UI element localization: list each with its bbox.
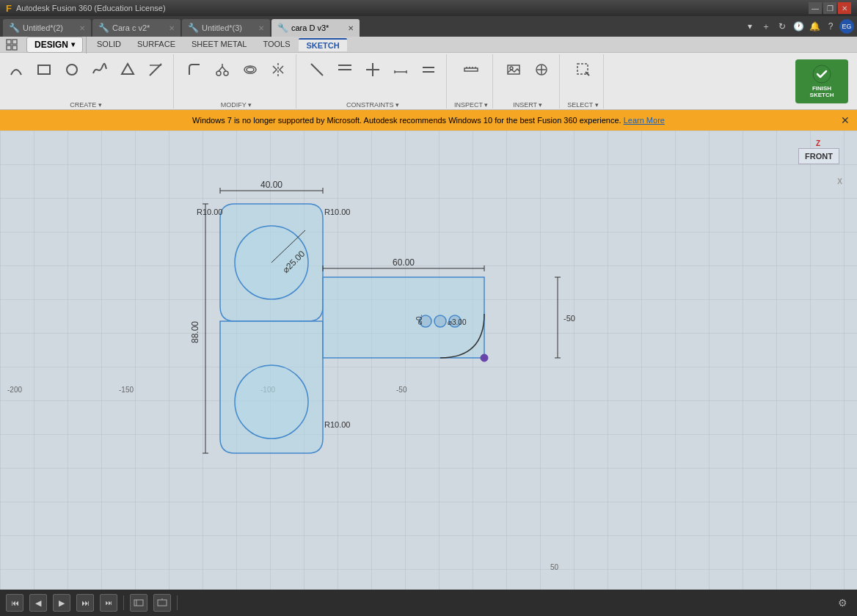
window-controls[interactable]: — ❐ ✕ — [809, 2, 851, 14]
tab-controls[interactable]: ▾ ＋ ↻ 🕐 🔔 ? EG — [743, 19, 857, 37]
svg-rect-1 — [12, 40, 17, 44]
notification-close[interactable]: ✕ — [841, 114, 850, 126]
insert-dxf-tool[interactable] — [528, 54, 555, 85]
collinear-constraint[interactable] — [332, 54, 358, 85]
modify-section: MODIFY ▾ — [177, 54, 296, 109]
status-bar: ⏮ ◀ ▶ ⏭ ⏭ ⚙ — [0, 590, 857, 616]
svg-text:R10.00: R10.00 — [324, 208, 350, 216]
finish-sketch-section: FINISH SKETCH — [795, 59, 854, 103]
minimize-button[interactable]: — — [809, 2, 822, 14]
fillet-tool[interactable] — [181, 54, 208, 85]
tab-close[interactable]: ✕ — [79, 24, 85, 32]
coincident-constraint[interactable] — [304, 54, 330, 85]
play-button[interactable]: ▶ — [53, 594, 70, 612]
finish-sketch-button[interactable]: FINISH SKETCH — [795, 59, 848, 103]
tab-tools[interactable]: TOOLS — [255, 38, 297, 51]
separator — [123, 595, 124, 610]
equal-constraint[interactable] — [415, 54, 442, 85]
tab-cara-c[interactable]: 🔧 Cara c v2* ✕ — [92, 19, 180, 37]
tab-dropdown[interactable]: ▾ — [743, 19, 757, 34]
tab-solid[interactable]: SOLID — [90, 38, 128, 51]
trim-tool[interactable] — [209, 54, 236, 85]
constraints-label: CONSTRAINTS ▾ — [346, 101, 399, 109]
tab-bar: 🔧 Untitled*(2) ✕ 🔧 Cara c v2* ✕ 🔧 Untitl… — [0, 16, 857, 37]
user-avatar[interactable]: EG — [839, 19, 854, 34]
constraint-tools — [304, 54, 442, 85]
tab-untitled3[interactable]: 🔧 Untitled*(3) ✕ — [182, 19, 270, 37]
notification-banner: Windows 7 is no longer supported by Micr… — [0, 110, 857, 131]
svg-text:60.00: 60.00 — [393, 257, 415, 268]
insert-image-tool[interactable] — [500, 54, 527, 85]
svg-rect-3 — [12, 45, 17, 50]
line-arc-tool[interactable] — [3, 54, 29, 85]
sketch-drawing: 40.00 60.00 R10.00 R10.00 R10.00 88.00 ⌀… — [147, 160, 587, 585]
tab-cara-d[interactable]: 🔧 cara D v3* ✕ — [271, 19, 360, 37]
help-button[interactable]: ? — [823, 19, 838, 34]
notification-link[interactable]: Learn More — [624, 116, 665, 125]
viewport[interactable]: -200 -150 -100 -50 50 Z X FRONT — [0, 131, 857, 590]
svg-line-17 — [311, 64, 323, 76]
svg-text:R10.00: R10.00 — [197, 208, 222, 216]
tab-close[interactable]: ✕ — [258, 24, 264, 32]
circle-tool[interactable] — [59, 54, 85, 85]
mirror-tool[interactable] — [265, 54, 291, 85]
offset-tool[interactable] — [237, 54, 263, 85]
x-axis-label: X — [837, 177, 842, 186]
tab-close[interactable]: ✕ — [169, 24, 175, 32]
restore-button[interactable]: ❐ — [823, 2, 836, 14]
dimension-tool[interactable] — [387, 54, 414, 85]
svg-marker-6 — [122, 64, 134, 74]
tool-buttons-row: CREATE ▾ — [0, 53, 857, 110]
svg-line-12 — [222, 67, 226, 71]
horizontal-constraint[interactable] — [360, 54, 386, 85]
insert-section: INSERT ▾ — [496, 54, 560, 109]
play-start-button[interactable]: ⏮ — [6, 594, 23, 612]
svg-point-38 — [813, 65, 831, 83]
new-tab-button[interactable]: ＋ — [759, 19, 773, 34]
tab-untitled2[interactable]: 🔧 Untitled*(2) ✕ — [3, 19, 91, 37]
svg-rect-0 — [7, 40, 11, 44]
settings-gear-button[interactable]: ⚙ — [834, 594, 851, 612]
tab-label: Untitled*(2) — [23, 23, 63, 32]
viewcube[interactable]: Z X FRONT — [784, 139, 842, 198]
svg-point-10 — [224, 71, 228, 76]
play-end-button[interactable]: ⏭ — [100, 594, 117, 612]
refresh-button[interactable]: ↻ — [775, 19, 789, 34]
rectangle-tool[interactable] — [31, 54, 57, 85]
tab-icon: 🔧 — [98, 23, 109, 33]
spline-tool[interactable] — [87, 54, 113, 85]
svg-rect-27 — [464, 68, 478, 71]
svg-text:88.00: 88.00 — [190, 321, 200, 343]
svg-rect-4 — [38, 65, 50, 74]
grid-icon[interactable] — [3, 37, 21, 52]
design-dropdown[interactable]: DESIGN — [26, 37, 83, 53]
tab-sheet-metal[interactable]: SHEET METAL — [184, 38, 254, 51]
select-tool[interactable] — [570, 54, 597, 85]
play-prev-button[interactable]: ◀ — [29, 594, 47, 612]
history-button[interactable]: 🕐 — [791, 19, 806, 34]
play-next-button[interactable]: ⏭ — [76, 594, 94, 612]
svg-rect-2 — [7, 45, 11, 50]
inspect-tools — [458, 54, 484, 85]
design-label: DESIGN — [34, 40, 68, 50]
timeline-icon[interactable] — [130, 594, 147, 612]
select-tools — [570, 54, 597, 85]
viewcube-front[interactable]: FRONT — [798, 148, 839, 164]
title-bar: F Autodesk Fusion 360 (Education License… — [0, 0, 857, 16]
measure-tool[interactable] — [458, 54, 484, 85]
tab-label: cara D v3* — [291, 23, 329, 32]
toolbar: DESIGN SOLID SURFACE SHEET METAL TOOLS S… — [0, 37, 857, 110]
notifications-button[interactable]: 🔔 — [807, 19, 822, 34]
polygon-tool[interactable] — [114, 54, 141, 85]
close-button[interactable]: ✕ — [838, 2, 851, 14]
tab-surface[interactable]: SURFACE — [130, 38, 183, 51]
create-section: CREATE ▾ — [3, 54, 174, 109]
insert-label: INSERT ▾ — [513, 101, 542, 109]
tab-sketch[interactable]: SKETCH — [299, 38, 346, 51]
coord-label: -150 — [119, 386, 134, 394]
ribbon-tab-row: DESIGN SOLID SURFACE SHEET METAL TOOLS S… — [0, 37, 857, 53]
separator — [86, 36, 87, 54]
line-tool[interactable] — [142, 54, 169, 85]
camera-icon[interactable] — [153, 594, 171, 612]
tab-close[interactable]: ✕ — [348, 24, 354, 32]
